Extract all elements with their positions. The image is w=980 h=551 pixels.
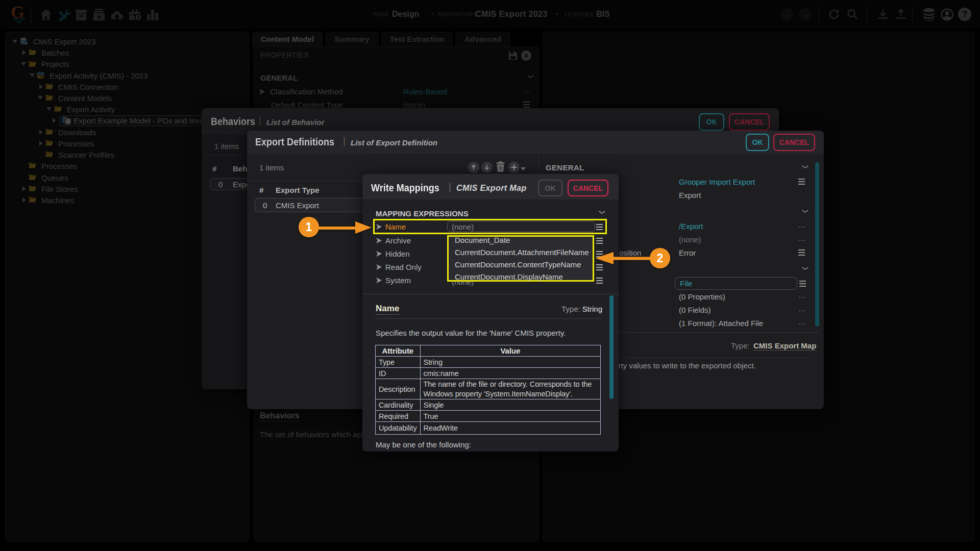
svg-text:1: 1 — [306, 220, 312, 234]
svg-text:2: 2 — [657, 252, 664, 265]
